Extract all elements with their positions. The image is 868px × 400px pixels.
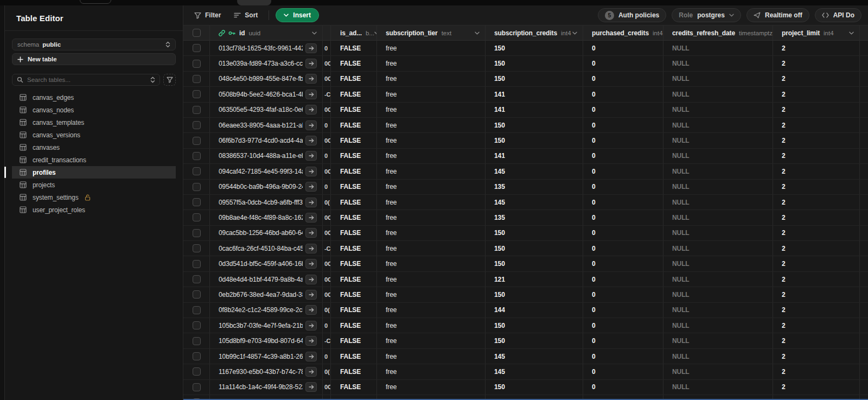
- column-header-is-admin[interactable]: is_ad... b...: [331, 26, 377, 40]
- role-select[interactable]: Role postgres: [672, 8, 741, 22]
- cell-clipped-right[interactable]: NULL: [860, 133, 868, 148]
- cell-credits-refresh-date[interactable]: NULL: [663, 364, 773, 379]
- cell-subscription-credits[interactable]: 150: [486, 241, 583, 256]
- cell-credits-refresh-date[interactable]: NULL: [663, 195, 773, 209]
- cell-subscription-tier[interactable]: free: [377, 256, 486, 271]
- cell-purchased-credits[interactable]: 0: [583, 87, 663, 101]
- cell-subscription-credits[interactable]: 145: [486, 195, 583, 209]
- sidebar-table-item[interactable]: canvas_nodes: [12, 104, 176, 116]
- cell-clipped[interactable]: 0C: [323, 103, 331, 117]
- table-row[interactable]: 1167e930-e5b0-43b7-b74c-788c9... 0( FALS…: [183, 364, 868, 379]
- cell-project-limit[interactable]: 2: [773, 287, 860, 302]
- cell-subscription-credits[interactable]: 150: [486, 118, 583, 132]
- expand-row-button[interactable]: [305, 228, 317, 238]
- cell-is-admin[interactable]: FALSE: [331, 256, 377, 271]
- sidebar-table-item[interactable]: canvases: [12, 141, 176, 154]
- row-checkbox[interactable]: [193, 167, 201, 175]
- expand-row-button[interactable]: [305, 167, 317, 176]
- expand-row-button[interactable]: [305, 290, 317, 300]
- cell-purchased-credits[interactable]: 0: [583, 118, 663, 132]
- cell-subscription-tier[interactable]: free: [377, 133, 486, 148]
- cell-subscription-credits[interactable]: 135: [486, 180, 583, 194]
- table-row[interactable]: 013cf78d-1625-43fc-9961-442189... 0 FALS…: [183, 41, 868, 56]
- cell-clipped[interactable]: 0: [323, 149, 331, 163]
- cell-credits-refresh-date[interactable]: NULL: [663, 349, 773, 364]
- cell-credits-refresh-date[interactable]: NULL: [663, 287, 773, 302]
- cell-subscription-credits[interactable]: 150: [486, 256, 583, 271]
- table-row[interactable]: 09557f5a-0dcb-4cb9-a6fb-fff366... 0( FAL…: [183, 195, 868, 210]
- row-checkbox[interactable]: [193, 260, 201, 268]
- cell-subscription-tier[interactable]: free: [377, 103, 486, 117]
- cell-purchased-credits[interactable]: 0: [583, 256, 663, 271]
- row-checkbox[interactable]: [193, 321, 201, 329]
- cell-clipped[interactable]: 0(: [323, 195, 331, 209]
- cell-clipped[interactable]: 0: [323, 180, 331, 194]
- column-header-clipped-right[interactable]: su: [860, 26, 868, 40]
- cell-subscription-tier[interactable]: free: [377, 72, 486, 86]
- cell-subscription-tier[interactable]: free: [377, 118, 486, 132]
- cell-subscription-tier[interactable]: free: [377, 303, 486, 318]
- cell-project-limit[interactable]: 2: [773, 272, 860, 287]
- cell-id[interactable]: 105bc3b7-03fe-4e7f-9efa-21bb40...: [210, 318, 323, 333]
- cell-project-limit[interactable]: 2: [773, 180, 860, 194]
- cell-clipped-right[interactable]: NULL: [860, 256, 868, 271]
- cell-subscription-credits[interactable]: 150: [486, 41, 583, 55]
- cell-purchased-credits[interactable]: 0: [583, 164, 663, 179]
- cell-clipped-right[interactable]: NULL: [860, 349, 868, 364]
- row-checkbox[interactable]: [193, 213, 201, 221]
- cell-clipped[interactable]: 0C: [323, 164, 331, 179]
- cell-credits-refresh-date[interactable]: NULL: [663, 149, 773, 163]
- cell-subscription-credits[interactable]: 145: [486, 364, 583, 379]
- row-checkbox[interactable]: [193, 337, 201, 345]
- expand-row-button[interactable]: [305, 90, 317, 99]
- cell-credits-refresh-date[interactable]: NULL: [663, 103, 773, 117]
- cell-is-admin[interactable]: FALSE: [331, 164, 377, 179]
- cell-purchased-credits[interactable]: 0: [583, 318, 663, 333]
- cell-clipped-right[interactable]: NULL: [860, 180, 868, 194]
- cell-subscription-tier[interactable]: free: [377, 56, 486, 71]
- sidebar-table-item[interactable]: system_settings: [12, 191, 176, 204]
- sidebar-table-item[interactable]: profiles: [12, 166, 176, 179]
- table-row[interactable]: 105d8bf9-e703-49bd-807d-645e... -C FALSE…: [183, 333, 868, 348]
- sidebar-table-item[interactable]: canvas_edges: [12, 91, 176, 104]
- cell-subscription-credits[interactable]: 145: [486, 349, 583, 364]
- cell-purchased-credits[interactable]: 0: [583, 241, 663, 256]
- cell-subscription-tier[interactable]: free: [377, 226, 486, 240]
- cell-purchased-credits[interactable]: 0: [583, 333, 663, 348]
- cell-clipped[interactable]: 0C: [323, 56, 331, 71]
- expand-row-button[interactable]: [305, 120, 317, 130]
- cell-is-admin[interactable]: FALSE: [331, 72, 377, 86]
- cell-is-admin[interactable]: FALSE: [331, 272, 377, 287]
- cell-clipped-right[interactable]: NULL: [860, 118, 868, 132]
- cell-purchased-credits[interactable]: 0: [583, 364, 663, 379]
- cell-subscription-tier[interactable]: free: [377, 164, 486, 179]
- expand-row-button[interactable]: [305, 259, 317, 269]
- cell-project-limit[interactable]: 2: [773, 149, 860, 163]
- cell-purchased-credits[interactable]: 0: [583, 303, 663, 318]
- cell-credits-refresh-date[interactable]: NULL: [663, 380, 773, 395]
- cell-subscription-credits[interactable]: 141: [486, 149, 583, 163]
- cell-clipped-right[interactable]: NULL: [860, 272, 868, 287]
- cell-is-admin[interactable]: FALSE: [331, 241, 377, 256]
- cell-project-limit[interactable]: 2: [773, 349, 860, 364]
- cell-clipped[interactable]: 0C: [323, 226, 331, 240]
- row-checkbox[interactable]: [193, 367, 201, 376]
- expand-row-button[interactable]: [305, 275, 317, 284]
- cell-clipped[interactable]: 0C: [323, 380, 331, 395]
- column-header-subscription-tier[interactable]: subscription_tier text: [377, 26, 486, 40]
- cell-project-limit[interactable]: 2: [773, 303, 860, 318]
- cell-is-admin[interactable]: FALSE: [331, 195, 377, 209]
- cell-id[interactable]: 013cf78d-1625-43fc-9961-442189...: [210, 41, 323, 55]
- table-row[interactable]: 0508b94b-5ee2-4626-bca1-4bca... -C FALSE…: [183, 87, 868, 102]
- cell-clipped-right[interactable]: NULL: [860, 364, 868, 379]
- cell-project-limit[interactable]: 2: [773, 380, 860, 395]
- filter-tables-button[interactable]: [163, 74, 176, 86]
- cell-clipped[interactable]: 0C: [323, 210, 331, 225]
- cell-credits-refresh-date[interactable]: NULL: [663, 72, 773, 86]
- cell-subscription-tier[interactable]: free: [377, 195, 486, 209]
- expand-row-button[interactable]: [305, 43, 317, 53]
- row-checkbox[interactable]: [193, 137, 201, 145]
- cell-is-admin[interactable]: FALSE: [331, 380, 377, 395]
- cell-subscription-tier[interactable]: free: [377, 333, 486, 348]
- expand-row-button[interactable]: [305, 213, 317, 223]
